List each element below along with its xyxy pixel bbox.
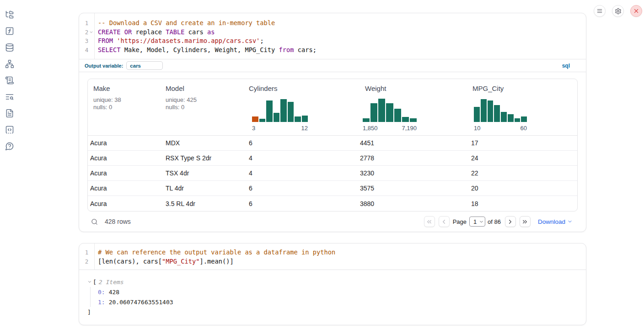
table-row: AcuraMDX6445117: [88, 136, 577, 151]
table-cell: 3230: [358, 166, 469, 180]
tree-entry-value: 20.060747663551403: [109, 299, 173, 306]
line-number-gutter: 1234: [79, 13, 95, 59]
page-label: Page: [453, 218, 467, 225]
search-logs-icon[interactable]: [5, 92, 14, 101]
collapse-chevron-icon[interactable]: [87, 280, 93, 284]
tree-entry: 0:428: [98, 287, 586, 297]
page-select-value: 1: [473, 218, 477, 225]
histogram-range: 1060: [474, 125, 527, 132]
python-code-editor[interactable]: 12 # We can reference the output variabl…: [79, 243, 586, 270]
column-title: Weight: [365, 85, 469, 92]
table-cell: 6: [246, 136, 358, 150]
items-count: 2 Items: [99, 279, 124, 285]
left-sidebar: [0, 0, 19, 151]
marimo-notebook: 1234 -- Download a CSV and create an in-…: [0, 0, 644, 333]
table-cell: TL 4dr: [163, 181, 246, 196]
table-header-row: Makeunique: 38nulls: 0Modelunique: 425nu…: [88, 79, 577, 136]
table-cell: 22: [469, 166, 577, 180]
column-stats: unique: 38nulls: 0: [93, 96, 163, 111]
snippets-icon[interactable]: [5, 125, 14, 134]
dependencies-icon[interactable]: [5, 59, 14, 69]
next-page-button[interactable]: [505, 216, 516, 227]
histogram-bar: [508, 114, 514, 122]
table-cell: 18: [469, 196, 577, 211]
column-header-mpg_city[interactable]: MPG_City1060: [469, 79, 577, 135]
python-output-area: [ 2 Items 0:4281:20.060747663551403 ]: [79, 270, 586, 317]
table-cell: 24: [469, 151, 577, 165]
table-cell: Acura: [88, 136, 163, 150]
histogram-bar: [474, 107, 480, 122]
tree-entry-key: 0:: [98, 289, 105, 296]
column-header-weight[interactable]: Weight1,8507,190: [358, 79, 469, 135]
variables-icon[interactable]: [5, 26, 14, 36]
table-cell: 3880: [358, 196, 469, 211]
tree-entry: 1:20.060747663551403: [98, 297, 586, 307]
row-count: 428 rows: [105, 218, 131, 225]
sql-cell: 1234 -- Download a CSV and create an in-…: [79, 13, 586, 232]
histogram-bar: [402, 117, 409, 122]
last-page-button[interactable]: [520, 216, 531, 227]
column-title: Make: [93, 85, 163, 92]
column-header-model[interactable]: Modelunique: 425nulls: 0: [163, 79, 246, 135]
histogram-bar: [386, 103, 393, 122]
datasources-icon[interactable]: [5, 43, 14, 52]
output-variable-input[interactable]: [126, 61, 163, 70]
table-body: AcuraMDX6445117AcuraRSX Type S 2dr427782…: [88, 136, 577, 211]
histogram-bar: [410, 118, 417, 122]
histogram-bar: [259, 119, 266, 122]
download-button[interactable]: Download: [538, 218, 573, 225]
column-header-cylinders[interactable]: Cylinders312: [246, 79, 358, 135]
table-cell: 17: [469, 136, 577, 150]
column-header-make[interactable]: Makeunique: 38nulls: 0: [88, 79, 163, 135]
histogram-bar: [370, 103, 377, 122]
histogram-bar: [501, 112, 507, 122]
table-cell: MDX: [163, 136, 246, 150]
table-cell: 3575: [358, 181, 469, 196]
tree-close-row: ]: [87, 307, 586, 317]
table-cell: 20: [469, 181, 577, 196]
table-cell: RSX Type S 2dr: [163, 151, 246, 165]
open-bracket: [: [93, 279, 97, 285]
language-label: sql: [562, 63, 570, 69]
file-tree-icon[interactable]: [5, 10, 14, 19]
sql-code-editor[interactable]: 1234 -- Download a CSV and create an in-…: [79, 13, 586, 59]
search-icon[interactable]: [91, 218, 98, 225]
close-bracket: ]: [87, 309, 91, 316]
histogram-bar: [295, 116, 301, 122]
histogram-bar: [363, 118, 370, 122]
shutdown-button[interactable]: [630, 5, 642, 17]
table-row: AcuraTL 4dr6357520: [88, 181, 577, 196]
prev-page-button[interactable]: [439, 216, 450, 227]
of-pages-label: of 86: [488, 218, 501, 225]
first-page-button[interactable]: [424, 216, 435, 227]
logs-icon[interactable]: [5, 76, 14, 85]
sql-output-area: Makeunique: 38nulls: 0Modelunique: 425nu…: [79, 79, 586, 239]
pagination: Page 1 of 86 Download: [424, 216, 573, 227]
histogram-bar: [378, 99, 385, 122]
column-stats: unique: 425nulls: 0: [166, 96, 246, 111]
table-row: AcuraRSX Type S 2dr4277824: [88, 151, 577, 166]
table-cell: Acura: [88, 151, 163, 165]
table-cell: 4451: [358, 136, 469, 150]
histogram-bar: [481, 99, 487, 122]
column-title: Cylinders: [249, 85, 358, 92]
settings-button[interactable]: [612, 5, 624, 17]
table-cell: Acura: [88, 196, 163, 211]
histogram-bar: [280, 99, 287, 122]
python-code[interactable]: # We can reference the output variable a…: [95, 243, 586, 270]
histogram-bar: [302, 116, 308, 122]
table-cell: 3.5 RL 4dr: [163, 196, 246, 211]
table-row: AcuraTSX 4dr4323022: [88, 166, 577, 181]
line-number-gutter: 12: [79, 243, 95, 270]
histogram-range: 312: [252, 125, 308, 132]
table-cell: 4: [246, 151, 358, 165]
page-select[interactable]: 1: [469, 217, 485, 227]
documentation-icon[interactable]: [5, 109, 14, 118]
histogram-bar: [515, 118, 521, 122]
menu-button[interactable]: [594, 5, 606, 17]
table-cell: Acura: [88, 166, 163, 180]
table-cell: 4: [246, 166, 358, 180]
help-icon[interactable]: [5, 142, 14, 151]
histogram-bar: [288, 102, 294, 122]
sql-code[interactable]: -- Download a CSV and create an in-memor…: [95, 13, 586, 59]
